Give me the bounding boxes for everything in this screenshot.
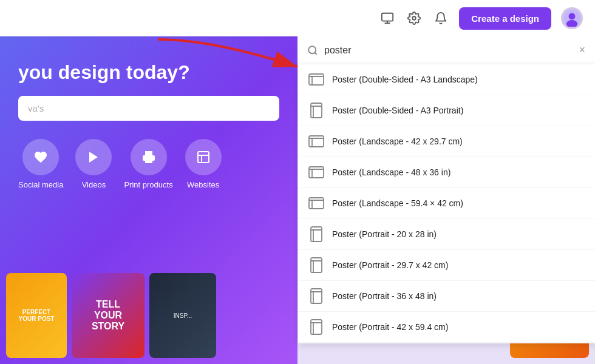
portrait-icon bbox=[308, 318, 325, 335]
svg-rect-35 bbox=[311, 320, 322, 334]
thumbnail-1: PERFECT YOUR POST bbox=[6, 273, 67, 358]
svg-point-10 bbox=[308, 46, 316, 53]
dropdown-item[interactable]: Poster (Double-Sided - A3 Landscape) bbox=[298, 64, 595, 95]
search-bar[interactable]: × bbox=[298, 36, 595, 64]
category-label-websites: Websites bbox=[187, 180, 219, 189]
bell-icon[interactable] bbox=[432, 10, 449, 27]
category-icons: Social media Videos Print products Websi… bbox=[18, 139, 279, 189]
landscape-icon bbox=[308, 133, 325, 150]
svg-rect-17 bbox=[309, 136, 324, 147]
landscape-icon bbox=[308, 195, 325, 212]
thumbnail-2: TELL YOUR STORY bbox=[72, 273, 144, 358]
svg-rect-29 bbox=[311, 258, 322, 272]
header-icons bbox=[379, 10, 449, 27]
avatar[interactable] bbox=[561, 7, 583, 29]
clear-search-button[interactable]: × bbox=[579, 44, 585, 56]
category-item-print[interactable]: Print products bbox=[124, 139, 172, 189]
svg-marker-5 bbox=[89, 152, 98, 163]
svg-rect-0 bbox=[382, 13, 393, 21]
category-item-social[interactable]: Social media bbox=[18, 139, 63, 189]
landscape-icon bbox=[308, 71, 325, 88]
svg-rect-20 bbox=[309, 167, 324, 178]
monitor-icon[interactable] bbox=[379, 10, 396, 27]
category-label-videos: Videos bbox=[82, 180, 106, 189]
dropdown-item-label: Poster (Portrait - 36 x 48 in) bbox=[332, 291, 437, 301]
dropdown-item[interactable]: Poster (Portrait - 20 x 28 in) bbox=[298, 219, 595, 250]
category-circle-social[interactable] bbox=[22, 139, 59, 175]
svg-rect-32 bbox=[311, 289, 322, 303]
dropdown-item-label: Poster (Double-Sided - A3 Portrait) bbox=[332, 106, 463, 115]
category-circle-videos[interactable] bbox=[75, 139, 112, 175]
search-overlay: × Poster (Double-Sided - A3 Landscape)Po… bbox=[298, 36, 595, 343]
hero-title: you design today? bbox=[18, 61, 279, 84]
dropdown-item[interactable]: Poster (Landscape - 42 x 29.7 cm) bbox=[298, 126, 595, 157]
svg-rect-23 bbox=[309, 198, 324, 209]
category-circle-websites[interactable] bbox=[185, 139, 222, 175]
category-item-websites[interactable]: Websites bbox=[185, 139, 222, 189]
svg-rect-6 bbox=[198, 152, 209, 163]
dropdown-item-label: Poster (Portrait - 29.7 x 42 cm) bbox=[332, 260, 448, 270]
landscape-icon bbox=[308, 164, 325, 181]
gear-icon[interactable] bbox=[406, 10, 423, 27]
thumb3-text: INSP... bbox=[174, 312, 192, 319]
svg-point-3 bbox=[569, 13, 576, 19]
dropdown-item-label: Poster (Portrait - 20 x 28 in) bbox=[332, 229, 437, 239]
dropdown-item-label: Poster (Landscape - 48 x 36 in) bbox=[332, 167, 450, 177]
dropdown-item[interactable]: Poster (Double-Sided - A3 Portrait) bbox=[298, 95, 595, 126]
dropdown-item[interactable]: Poster (Landscape - 59.4 × 42 cm) bbox=[298, 188, 595, 219]
svg-rect-11 bbox=[309, 74, 324, 85]
svg-point-1 bbox=[413, 16, 416, 20]
thumbnail-3: INSP... bbox=[149, 273, 216, 358]
hero-search-display[interactable]: va's bbox=[18, 96, 279, 121]
search-icon bbox=[307, 45, 318, 56]
dropdown-item[interactable]: Poster (Portrait - 36 x 48 in) bbox=[298, 281, 595, 312]
category-label-print: Print products bbox=[124, 180, 172, 189]
dropdown-item[interactable]: Poster (Landscape - 48 x 36 in) bbox=[298, 157, 595, 188]
dropdown-item[interactable]: Poster (Portrait - 29.7 x 42 cm) bbox=[298, 250, 595, 281]
thumb1-text: PERFECT YOUR POST bbox=[16, 306, 57, 325]
portrait-icon bbox=[308, 257, 325, 274]
dropdown-item[interactable]: Poster (Portrait - 42 x 59.4 cm) bbox=[298, 312, 595, 343]
dropdown-item-label: Poster (Double-Sided - A3 Landscape) bbox=[332, 75, 478, 84]
dropdown-item-label: Poster (Portrait - 42 x 59.4 cm) bbox=[332, 322, 448, 332]
svg-rect-26 bbox=[311, 227, 322, 241]
thumb2-text: TELL YOUR STORY bbox=[92, 299, 124, 332]
search-dropdown: Poster (Double-Sided - A3 Landscape)Post… bbox=[298, 64, 595, 343]
portrait-icon bbox=[308, 288, 325, 305]
create-design-button[interactable]: Create a design bbox=[459, 7, 551, 30]
portrait-icon bbox=[308, 226, 325, 243]
search-input[interactable] bbox=[324, 45, 573, 56]
portrait-icon bbox=[308, 102, 325, 119]
header: Create a design bbox=[0, 0, 595, 36]
dropdown-item-label: Poster (Landscape - 42 x 29.7 cm) bbox=[332, 136, 463, 146]
category-label-social: Social media bbox=[18, 180, 63, 189]
category-circle-print[interactable] bbox=[131, 139, 167, 175]
dropdown-item-label: Poster (Landscape - 59.4 × 42 cm) bbox=[332, 198, 463, 208]
svg-rect-14 bbox=[311, 103, 322, 118]
category-item-videos[interactable]: Videos bbox=[75, 139, 112, 189]
dropdown-item[interactable]: Research Poster (Double-Sided - A3 Lands… bbox=[298, 343, 595, 343]
